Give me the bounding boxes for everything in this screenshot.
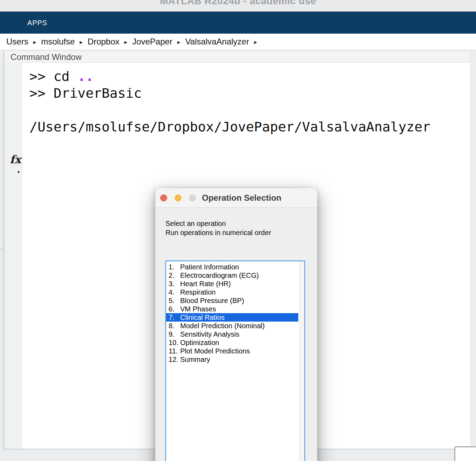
listbox-item-label: Electrocardiogram (ECG) <box>180 271 259 279</box>
listbox-item-number: 12. <box>169 355 180 364</box>
breadcrumb: Users▸msolufse▸Dropbox▸JovePaper▸Valsalv… <box>0 34 476 50</box>
command-driverbasic: DriverBasic <box>54 85 142 101</box>
panel-collapse-handle[interactable] <box>0 245 3 254</box>
window-titlebar: MATLAB R2024b - academic use <box>0 0 476 12</box>
listbox-item[interactable]: 3.Heart Rate (HR) <box>166 280 298 288</box>
command-window-gutter <box>4 63 22 449</box>
listbox-item-number: 10. <box>169 338 180 347</box>
output-path: /Users/msolufse/Dropbox/JovePaper/Valsal… <box>29 119 430 135</box>
traffic-lights <box>160 194 196 201</box>
listbox-item-number: 7. <box>169 313 180 322</box>
operation-selection-dialog: Operation Selection Select an operation … <box>155 188 317 461</box>
listbox-item[interactable]: 11.Plot Model Predictions <box>166 347 298 355</box>
command-cd: cd <box>54 69 78 84</box>
breadcrumb-item[interactable]: Dropbox <box>88 37 120 47</box>
breadcrumb-chevron-icon[interactable]: ▸ <box>254 39 257 46</box>
background-window-corner <box>454 446 476 461</box>
command-window-title: Command Window <box>4 51 470 63</box>
listbox-item[interactable]: 9.Sensitivity Analysis <box>166 330 298 338</box>
instruction-line-1: Select an operation <box>165 219 271 228</box>
prompt: >> <box>29 85 54 101</box>
listbox-item-number: 11. <box>169 347 180 355</box>
listbox-item-label: Blood Pressure (BP) <box>180 297 244 304</box>
breadcrumb-chevron-icon[interactable]: ▸ <box>33 39 36 46</box>
listbox-item-number: 1. <box>169 263 180 271</box>
listbox-item[interactable]: 2.Electrocardiogram (ECG) <box>166 271 298 280</box>
zoom-disabled-icon <box>189 194 196 201</box>
prompt: >> <box>29 69 54 84</box>
listbox-item-number: 6. <box>169 305 180 313</box>
close-icon[interactable] <box>160 194 167 201</box>
listbox-item-label: Sensitivity Analysis <box>180 330 239 338</box>
listbox-item-number: 4. <box>169 288 180 296</box>
listbox-item-number: 8. <box>169 322 180 330</box>
listbox-item[interactable]: 1.Patient Information <box>166 263 298 271</box>
listbox-item[interactable]: 6.VM Phases <box>166 305 298 313</box>
fx-function-hints-icon[interactable]: fx▾ <box>8 152 22 169</box>
breadcrumb-item[interactable]: ValsalvaAnalyzer <box>185 37 249 47</box>
breadcrumb-chevron-icon[interactable]: ▸ <box>80 39 83 46</box>
breadcrumb-item[interactable]: Users <box>6 37 28 47</box>
operation-listbox[interactable]: 1.Patient Information2.Electrocardiogram… <box>165 261 305 461</box>
listbox-item[interactable]: 8.Model Prediction (Nominal) <box>166 322 298 330</box>
fx-caret-icon: ▾ <box>18 165 20 179</box>
window-title: MATLAB R2024b - academic use <box>0 0 476 7</box>
listbox-item[interactable]: 5.Blood Pressure (BP) <box>166 296 298 305</box>
listbox-item-number: 9. <box>169 330 180 338</box>
dialog-titlebar[interactable]: Operation Selection <box>155 188 317 208</box>
instruction-line-2: Run operations in numerical order <box>165 228 271 237</box>
listbox-item[interactable]: 7.Clinical Ratios <box>166 313 298 322</box>
breadcrumb-item[interactable]: JovePaper <box>132 37 172 47</box>
listbox-scrollbar-track[interactable] <box>299 261 304 461</box>
listbox-item-label: Heart Rate (HR) <box>180 280 231 288</box>
listbox-item-number: 2. <box>169 271 180 280</box>
listbox-item-label: Model Prediction (Nominal) <box>180 322 265 330</box>
tab-apps[interactable]: APPS <box>27 12 47 34</box>
listbox-item[interactable]: 10.Optimization <box>166 338 298 347</box>
dialog-instructions: Select an operation Run operations in nu… <box>165 219 271 237</box>
dialog-title: Operation Selection <box>202 193 281 203</box>
listbox-item-label: Summary <box>180 356 210 363</box>
listbox-item-label: Plot Model Predictions <box>180 347 250 355</box>
listbox-item-label: VM Phases <box>180 305 216 313</box>
command-text[interactable]: >> cd .. >> DriverBasic /Users/msolufse/… <box>22 63 470 135</box>
ribbon-toolstrip: APPS <box>0 12 476 34</box>
listbox-item-number: 5. <box>169 296 180 305</box>
breadcrumb-chevron-icon[interactable]: ▸ <box>124 39 128 46</box>
minimize-icon[interactable] <box>175 194 182 201</box>
listbox-item[interactable]: 4.Respiration <box>166 288 298 296</box>
listbox-item-label: Clinical Ratios <box>180 314 225 321</box>
breadcrumb-chevron-icon[interactable]: ▸ <box>177 39 181 46</box>
main-area: Command Window fx▾ >> cd .. >> DriverBas… <box>0 50 476 461</box>
listbox-item-label: Patient Information <box>180 263 239 271</box>
breadcrumb-item[interactable]: msolufse <box>41 37 75 47</box>
listbox-item-label: Respiration <box>180 288 216 296</box>
command-cd-arg: .. <box>77 69 94 84</box>
listbox-item-number: 3. <box>169 280 180 288</box>
listbox-item-label: Optimization <box>180 339 219 346</box>
listbox-item[interactable]: 12.Summary <box>166 355 298 364</box>
